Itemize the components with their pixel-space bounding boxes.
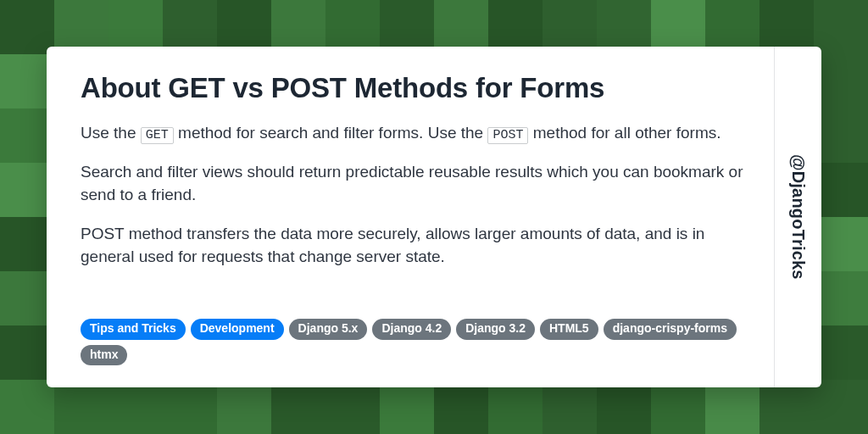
tag-list: Tips and TricksDevelopmentDjango 5.xDjan…	[81, 319, 745, 365]
p1-text-2: method for search and filter forms. Use …	[174, 124, 488, 142]
article-title: About GET vs POST Methods for Forms	[81, 72, 745, 104]
paragraph-2: Search and filter views should return pr…	[81, 160, 745, 207]
code-post: POST	[487, 127, 528, 144]
paragraph-3: POST method transfers the data more secu…	[81, 222, 745, 269]
tag-item[interactable]: Django 3.2	[456, 319, 535, 340]
code-get: GET	[141, 127, 174, 144]
tag-item[interactable]: Development	[191, 319, 284, 340]
tag-item[interactable]: htmx	[81, 345, 127, 366]
p1-text-1: Use the	[81, 124, 141, 142]
paragraph-1: Use the GET method for search and filter…	[81, 121, 745, 145]
content-card: About GET vs POST Methods for Forms Use …	[47, 47, 821, 387]
card-main: About GET vs POST Methods for Forms Use …	[47, 47, 774, 387]
tag-item[interactable]: Tips and Tricks	[81, 319, 186, 340]
tag-item[interactable]: django-crispy-forms	[604, 319, 737, 340]
author-handle: @DjangoTricks	[788, 154, 808, 280]
tag-item[interactable]: Django 4.2	[372, 319, 451, 340]
card-side: @DjangoTricks	[774, 47, 821, 387]
p1-text-3: method for all other forms.	[528, 124, 721, 142]
tag-item[interactable]: HTML5	[540, 319, 598, 340]
tag-item[interactable]: Django 5.x	[289, 319, 368, 340]
